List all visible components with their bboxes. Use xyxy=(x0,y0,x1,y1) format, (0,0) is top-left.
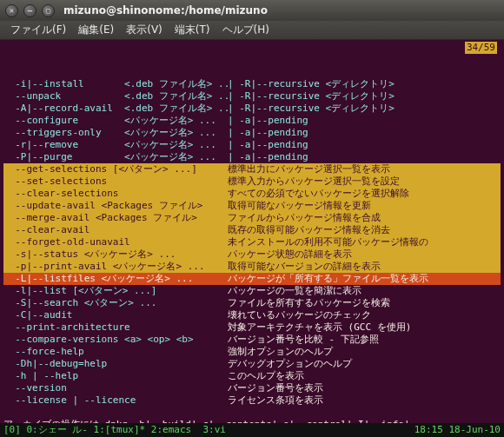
menu-edit[interactable]: 編集(E) xyxy=(73,21,119,39)
tmux-status-left: [0] 0:シェー ル- 1:[tmux]* 2:emacs 3:vi xyxy=(3,424,226,436)
window-title: mizuno@shinonome:/home/mizuno xyxy=(63,4,268,17)
close-icon[interactable]: ✕ xyxy=(5,4,18,17)
maximize-icon[interactable]: ▢ xyxy=(42,4,55,17)
terminal[interactable]: 34/59 -i|--install <.deb ファイル名> ...| -R|… xyxy=(0,40,504,437)
tmux-status: [0] 0:シェー ル- 1:[tmux]* 2:emacs 3:vi 18:1… xyxy=(0,423,504,437)
tmux-status-right: 18:15 18-Jun-10 xyxy=(414,424,501,436)
menu-help[interactable]: ヘルプ(H) xyxy=(217,21,275,39)
menubar: ファイル(F) 編集(E) 表示(V) 端末(T) ヘルプ(H) xyxy=(0,21,504,40)
titlebar: ✕ – ▢ mizuno@shinonome:/home/mizuno xyxy=(0,0,504,21)
minimize-icon[interactable]: – xyxy=(23,4,36,17)
menu-file[interactable]: ファイル(F) xyxy=(5,21,71,39)
terminal-content: -i|--install <.deb ファイル名> ...| -R|--recu… xyxy=(3,78,501,437)
menu-view[interactable]: 表示(V) xyxy=(121,21,168,39)
menu-terminal[interactable]: 端末(T) xyxy=(169,21,216,39)
less-counter: 34/59 xyxy=(465,42,497,54)
